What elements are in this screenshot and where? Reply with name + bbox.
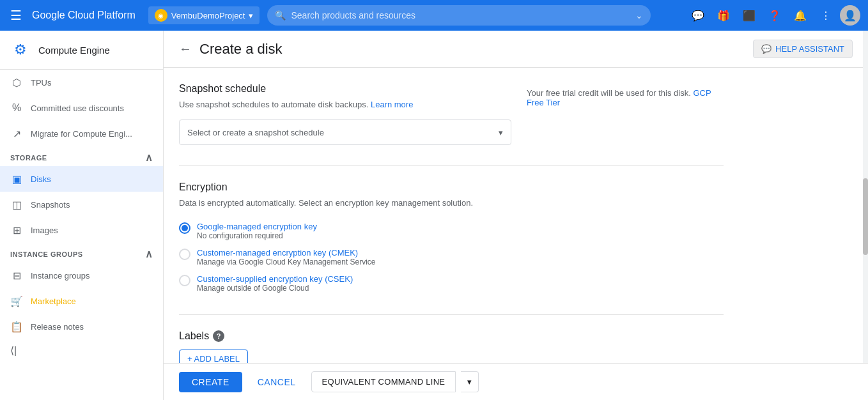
migrate-icon: ↗ [10, 127, 23, 140]
encryption-option-csek[interactable]: Customer-supplied encryption key (CSEK) … [179, 270, 724, 296]
sidebar-item-release-notes[interactable]: 📋 Release notes [0, 314, 163, 339]
sidebar-item-disks[interactable]: ▣ Disks [0, 166, 163, 192]
sidebar-item-committed-use[interactable]: % Committed use discounts [0, 95, 163, 121]
cancel-button[interactable]: CANCEL [247, 372, 306, 392]
scrollbar-thumb[interactable] [863, 178, 868, 255]
equivalent-command-line-dropdown[interactable]: ▾ [461, 371, 479, 392]
create-button[interactable]: CREATE [179, 372, 242, 392]
radio-sublabel-csek: Manage outside of Google Cloud [197, 284, 353, 293]
equivalent-command-line-button[interactable]: EQUIVALENT COMMAND LINE [311, 371, 456, 392]
labels-help-icon[interactable]: ? [213, 330, 224, 342]
back-button[interactable]: ← [179, 42, 192, 56]
help-assistant-button[interactable]: 💬 HELP ASSISTANT [753, 40, 853, 58]
avatar[interactable]: 👤 [840, 5, 860, 26]
compute-engine-icon: ⚙ [10, 40, 31, 60]
radio-cmek[interactable] [179, 249, 190, 260]
sidebar: ⚙ Compute Engine ⬡ TPUs % Committed use … [0, 31, 164, 400]
radio-label-container-csek: Customer-supplied encryption key (CSEK) … [197, 274, 353, 293]
free-trial-text: Your free trial credit will be used for … [527, 88, 691, 98]
sidebar-product-title: Compute Engine [38, 45, 110, 56]
radio-label-container-cmek: Customer-managed encryption key (CMEK) M… [197, 248, 376, 266]
radio-sublabel-cmek: Manage via Google Cloud Key Management S… [197, 258, 376, 266]
labels-divider [179, 314, 724, 315]
encryption-title: Encryption [179, 181, 724, 193]
header-left: ← Create a disk [179, 41, 283, 58]
project-dropdown-icon: ▾ [249, 11, 253, 20]
sidebar-item-label: Disks [31, 174, 51, 184]
page-title: Create a disk [199, 41, 283, 58]
encryption-option-cmek[interactable]: Customer-managed encryption key (CMEK) M… [179, 244, 724, 270]
sidebar-header: ⚙ Compute Engine [0, 31, 163, 70]
sidebar-item-label: Committed use discounts [31, 104, 124, 113]
sidebar-item-label: Marketplace [31, 296, 76, 306]
snapshot-schedule-section: Snapshot schedule Use snapshot schedules… [179, 83, 724, 145]
storage-section-header: Storage ∧ [0, 146, 163, 166]
sidebar-item-label: TPUs [31, 78, 52, 88]
search-placeholder: Search products and resources [291, 10, 415, 20]
radio-google-managed[interactable] [179, 222, 190, 234]
images-icon: ⊞ [10, 224, 23, 236]
encryption-option-google-managed[interactable]: Google-managed encryption key No configu… [179, 218, 724, 244]
sidebar-toggle[interactable]: ⟨| [0, 339, 163, 362]
instance-groups-section-header: Instance groups ∧ [0, 243, 163, 263]
snapshot-dropdown-placeholder: Select or create a snapshot schedule [187, 128, 324, 137]
radio-label-container: Google-managed encryption key No configu… [197, 222, 317, 240]
sidebar-item-images[interactable]: ⊞ Images [0, 217, 163, 243]
labels-header: Labels ? [179, 330, 724, 342]
sidebar-item-snapshots[interactable]: ◫ Snapshots [0, 192, 163, 217]
instance-groups-icon: ⊟ [10, 269, 23, 282]
search-bar[interactable]: 🔍 Search products and resources ⌄ [267, 5, 651, 26]
brand-logo: Google Cloud Platform [32, 10, 136, 21]
notifications-icon[interactable]: 🔔 [789, 4, 812, 27]
storage-section-label: Storage [10, 154, 47, 162]
snapshot-schedule-dropdown[interactable]: Select or create a snapshot schedule ▾ [179, 119, 511, 145]
snapshot-desc-text: Use snapshot schedules to automate disk … [179, 100, 368, 109]
gift-icon[interactable]: 🎁 [712, 4, 735, 27]
storage-collapse-icon[interactable]: ∧ [145, 151, 153, 164]
project-selector[interactable]: ◉ VembuDemoProject ▾ [148, 6, 260, 24]
radio-sublabel-google-managed: No configuration required [197, 231, 317, 240]
snapshot-desc: Use snapshot schedules to automate disk … [179, 100, 511, 109]
menu-icon[interactable]: ☰ [8, 5, 24, 26]
release-notes-icon: 📋 [10, 320, 23, 333]
sidebar-item-label: Instance groups [31, 271, 90, 281]
search-icon: 🔍 [275, 10, 286, 20]
sidebar-item-label: Snapshots [31, 200, 70, 210]
footer-bar: CREATE CANCEL EQUIVALENT COMMAND LINE ▾ [164, 363, 868, 400]
radio-csek[interactable] [179, 275, 190, 286]
sidebar-item-migrate[interactable]: ↗ Migrate for Compute Engi... [0, 121, 163, 146]
instance-groups-collapse-icon[interactable]: ∧ [145, 248, 153, 260]
help-assistant-icon: 💬 [761, 44, 771, 54]
form-content: Snapshot schedule Use snapshot schedules… [164, 68, 739, 400]
encryption-radio-group: Google-managed encryption key No configu… [179, 218, 724, 296]
learn-more-link[interactable]: Learn more [371, 100, 413, 109]
sidebar-item-tpus[interactable]: ⬡ TPUs [0, 70, 163, 95]
sidebar-item-marketplace[interactable]: 🛒 Marketplace [0, 288, 163, 314]
sidebar-item-label: Release notes [31, 322, 84, 332]
help-assistant-label: HELP ASSISTANT [775, 44, 844, 54]
help-icon[interactable]: ❓ [763, 4, 786, 27]
disks-icon: ▣ [10, 173, 23, 185]
committed-use-icon: % [10, 102, 23, 114]
chat-icon[interactable]: 💬 [686, 4, 709, 27]
top-nav-icons: 💬 🎁 ⬛ ❓ 🔔 ⋮ 👤 [686, 4, 860, 27]
project-name: VembuDemoProject [171, 11, 245, 20]
project-icon: ◉ [155, 9, 167, 22]
labels-title: Labels [179, 330, 209, 342]
marketplace-icon: 🛒 [10, 295, 23, 307]
sidebar-item-label: Images [31, 226, 58, 235]
radio-label-cmek: Customer-managed encryption key (CMEK) [197, 248, 376, 258]
top-navigation: ☰ Google Cloud Platform ◉ VembuDemoProje… [0, 0, 868, 31]
instance-groups-label: Instance groups [10, 250, 83, 258]
encryption-section: Encryption Data is encrypted automatical… [179, 181, 724, 296]
main-header: ← Create a disk 💬 HELP ASSISTANT [164, 31, 868, 68]
section-divider [179, 165, 724, 166]
scrollbar-track [863, 31, 868, 400]
more-options-icon[interactable]: ⋮ [814, 4, 837, 27]
snapshot-left: Snapshot schedule Use snapshot schedules… [179, 83, 511, 145]
sidebar-item-instance-groups[interactable]: ⊟ Instance groups [0, 263, 163, 288]
tpus-icon: ⬡ [10, 76, 23, 89]
dropdown-chevron-icon: ▾ [499, 128, 503, 137]
cloud-shell-icon[interactable]: ⬛ [738, 4, 761, 27]
radio-label-google-managed: Google-managed encryption key [197, 222, 317, 231]
